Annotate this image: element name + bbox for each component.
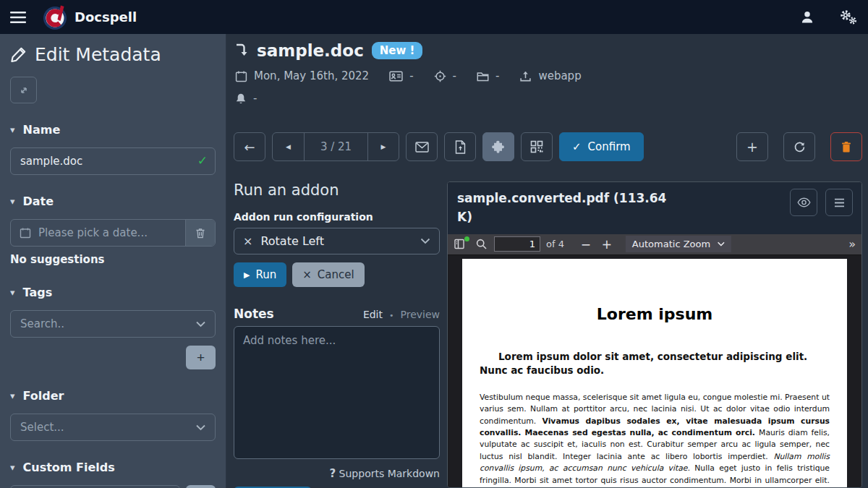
pdf-sidebar-toggle-button[interactable] [454,239,467,249]
pdf-page: Lorem ipsum Lorem ipsum dolor sit amet, … [462,259,847,487]
item-date-icon [235,70,247,82]
add-tag-button[interactable]: + [186,346,216,369]
expand-sidebar-button[interactable] [10,77,37,103]
collapse-caret-icon: ▾ [10,462,15,473]
previous-item-button[interactable]: ◀ [273,133,304,160]
due-value: - [253,92,257,105]
due-bell-icon [235,93,247,105]
notes-textarea[interactable] [234,326,440,459]
add-custom-field-button[interactable]: + [186,485,216,488]
section-header-folder[interactable]: ▾ Folder [10,389,216,403]
concerning-value: - [453,69,456,82]
collapse-caret-icon: ▾ [10,287,15,298]
cancel-addon-button[interactable]: × Cancel [292,262,364,287]
correspondent-icon [389,71,403,82]
pdf-doc-paragraph: Vestibulum neque massa, scelerisque sit … [480,392,830,488]
brand[interactable]: Docspell [42,3,137,32]
user-account-icon[interactable] [800,10,814,25]
attachment-viewer: sample.converted.pdf (113.64 K) [447,181,862,488]
source-value: webapp [538,69,581,82]
next-item-button[interactable]: ▶ [367,133,399,160]
edit-metadata-sidebar: Edit Metadata ▾ Name ✓ ▾ Date Please pic… [0,34,226,488]
hamburger-menu-icon[interactable] [10,11,26,24]
folder-value: - [495,69,499,82]
item-title: sample.doc [257,41,364,60]
item-date: Mon, May 16th, 2022 [254,69,369,82]
calendar-icon [20,227,31,239]
confirm-button[interactable]: ✓ Confirm [559,132,644,161]
pdf-zoom-select[interactable]: Automatic Zoom [626,236,731,252]
reprocess-button[interactable] [783,132,815,161]
custom-field-select[interactable]: Select... [10,485,180,488]
markdown-hint: ? Supports Markdown [234,467,440,480]
tags-select[interactable]: Search.. [10,310,216,338]
clear-selection-icon[interactable]: × [243,234,252,248]
docspell-logo-icon [42,3,68,32]
pdf-search-button[interactable] [476,239,487,249]
notes-preview-tab[interactable]: Preview [401,309,441,320]
addon-and-notes-column: Run an addon Addon run configuration × R… [234,181,440,488]
new-badge: New ! [372,42,423,59]
addon-selected-value: Rotate Left [260,234,412,248]
zoom-out-button[interactable]: − [578,237,594,252]
section-header-name[interactable]: ▾ Name [10,123,216,137]
level-down-icon [235,43,249,59]
correspondent-value: - [409,69,413,82]
back-button[interactable]: ← [234,132,265,161]
collapse-caret-icon: ▾ [10,390,15,401]
item-pager: ◀ 3 / 21 ▶ [272,132,399,161]
chevron-down-icon [420,238,430,244]
addon-config-label: Addon run configuration [234,211,440,223]
sidebar-notification-dot [464,236,469,241]
pdf-doc-title: Lorem ipsum [480,305,830,323]
date-picker: Please pick a date... [10,219,216,247]
item-action-toolbar: ← ◀ 3 / 21 ▶ ✓ Confirm + [234,132,862,161]
add-files-button[interactable] [444,132,476,161]
notes-heading: Notes [234,307,274,321]
chevron-down-icon [196,424,205,431]
date-suggestions-status: No suggestions [10,253,216,266]
brand-name: Docspell [75,9,137,25]
play-icon: ▶ [244,270,250,280]
pdf-page-input[interactable] [494,236,540,252]
send-mail-button[interactable] [406,132,438,161]
folder-meta-icon [477,71,489,82]
run-addon-button[interactable]: ▶ Run [234,262,286,287]
toggle-preview-button[interactable] [790,189,817,216]
date-input[interactable]: Please pick a date... [11,220,185,246]
notes-edit-tab[interactable]: Edit [363,309,383,320]
sidebar-title: Edit Metadata [10,44,216,65]
x-icon: × [302,268,312,281]
zoom-in-button[interactable]: + [599,237,615,252]
qr-code-button[interactable] [521,132,553,161]
attachment-menu-button[interactable] [825,189,853,216]
addon-config-select[interactable]: × Rotate Left [234,228,440,254]
pencil-icon [10,47,26,63]
saved-check-icon: ✓ [197,153,208,168]
pdf-toolbar: of 4 − + Automatic Zoom » [448,234,861,255]
section-header-custom-fields[interactable]: ▾ Custom Fields [10,461,216,474]
pdf-doc-lead: Lorem ipsum dolor sit amet, consectetur … [480,350,830,378]
pdf-page-count: of 4 [546,239,564,249]
name-input[interactable] [10,147,216,175]
chevron-down-icon [196,321,205,328]
pdf-more-tools-button[interactable]: » [848,237,855,251]
pager-position: 3 / 21 [304,133,367,160]
folder-select[interactable]: Select... [10,414,216,441]
delete-item-button[interactable] [830,132,862,161]
settings-gears-icon[interactable] [839,9,858,25]
check-icon: ✓ [572,140,582,153]
pdf-canvas[interactable]: Lorem ipsum Lorem ipsum dolor sit amet, … [448,255,861,487]
upload-source-icon [519,70,532,82]
addons-button[interactable] [482,132,514,161]
item-detail-pane: sample.doc New ! Mon, May 16th, 2022 - - [226,34,868,488]
add-item-button[interactable]: + [736,132,768,161]
section-header-date[interactable]: ▾ Date [10,194,216,208]
clear-date-button[interactable] [185,220,215,246]
addon-heading: Run an addon [234,181,440,199]
concerning-icon [434,70,446,82]
chevron-down-icon [718,241,725,247]
collapse-caret-icon: ▾ [10,124,15,135]
tab-separator-dot: • [389,311,394,320]
section-header-tags[interactable]: ▾ Tags [10,286,216,299]
